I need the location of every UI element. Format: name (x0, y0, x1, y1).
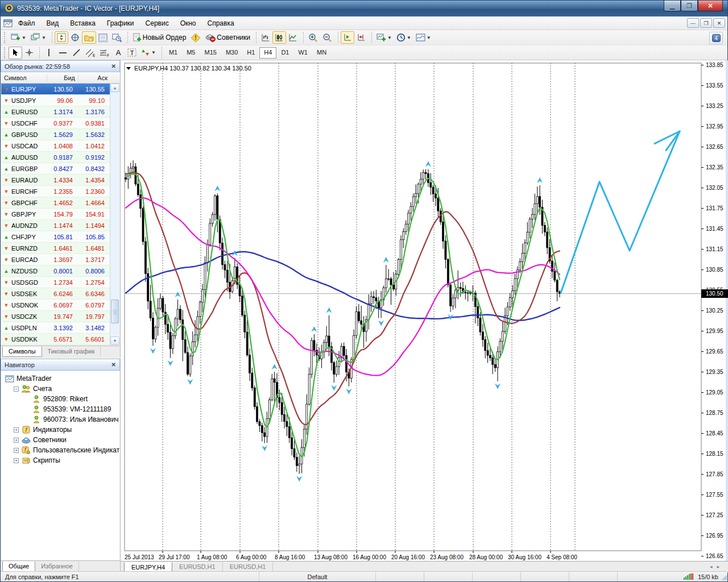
column-ask[interactable]: Аск (78, 74, 110, 81)
column-bid[interactable]: Бид (47, 74, 78, 81)
scroll-down-icon[interactable]: ▼ (110, 336, 119, 345)
zoom-in-button[interactable] (306, 31, 320, 44)
candlestick-mode-button[interactable] (272, 31, 286, 44)
alert-button[interactable]: ! (188, 31, 203, 44)
expand-plus-icon[interactable]: + (14, 427, 19, 433)
symbol-row-eurusd[interactable]: ▲EURUSD1.31741.3176 (1, 106, 110, 118)
fibonacci-tool-button[interactable]: F (97, 47, 111, 59)
chevron-down-icon[interactable]: ▼ (407, 35, 411, 40)
templates-button[interactable]: ▼ (413, 31, 433, 44)
timeframe-h4-button[interactable]: H4 (259, 47, 276, 59)
symbol-row-audnzd[interactable]: ▼AUDNZD1.14741.1494 (1, 220, 110, 231)
symbol-row-gbpchf[interactable]: ▼GBPCHF1.46521.4664 (1, 197, 110, 209)
close-icon[interactable]: ✕ (111, 63, 116, 69)
crosshair-tool-button[interactable] (22, 47, 36, 59)
expand-plus-icon[interactable]: + (14, 438, 19, 443)
child-minimize-button[interactable]: — (687, 18, 699, 28)
tree-item-6[interactable]: +Советники (1, 435, 119, 445)
menu-item-2[interactable]: Вставка (64, 17, 101, 30)
symbol-row-usdsgd[interactable]: ▼USDSGD1.27341.2754 (1, 277, 110, 288)
arrows-tool-button[interactable]: ▼ (139, 47, 158, 59)
navigator-toggle-button[interactable] (82, 31, 96, 44)
scroll-up-icon[interactable]: ▲ (110, 84, 119, 92)
new-chart-button[interactable]: ▼ (9, 31, 28, 44)
vertical-line-tool-button[interactable] (42, 47, 56, 59)
cursor-tool-button[interactable] (9, 47, 22, 59)
tab-scroll-arrows[interactable]: ◂▸ (710, 564, 724, 569)
status-template-name[interactable]: Default (259, 572, 376, 581)
symbol-row-euraud[interactable]: ▼EURAUD1.43341.4354 (1, 174, 110, 186)
trendline-tool-button[interactable] (69, 47, 83, 59)
chart-canvas[interactable]: EURJPY,H4 130.37 130.82 130.34 130.50133… (121, 60, 728, 561)
symbol-row-audusd[interactable]: ▲AUDUSD0.91870.9192 (1, 152, 110, 163)
market-watch-tab[interactable]: Символы (2, 347, 42, 357)
symbol-row-eurgbp[interactable]: ▲EURGBP0.84270.8432 (1, 163, 110, 174)
market-watch-toggle-button[interactable] (55, 31, 68, 44)
symbol-row-usdczk[interactable]: ▼USDCZK19.74719.797 (1, 311, 110, 322)
timeframe-m5-button[interactable]: M5 (182, 47, 200, 59)
timeframe-h1-button[interactable]: H1 (242, 47, 259, 59)
indicators-list-button[interactable]: ▼ (374, 31, 394, 44)
menu-item-3[interactable]: Графики (101, 17, 140, 30)
menu-item-5[interactable]: Окно (175, 17, 202, 30)
timeframe-mn-button[interactable]: MN (312, 47, 331, 59)
symbol-row-usdcad[interactable]: ▼USDCAD1.04081.0412 (1, 140, 110, 152)
notifications-button[interactable]: 4 (709, 32, 723, 44)
title-bar[interactable]: 953539: MetaTrader - IC Vector - [EURJPY… (1, 1, 727, 16)
timeframe-m30-button[interactable]: M30 (221, 47, 242, 59)
column-symbol[interactable]: Символ (1, 74, 47, 81)
symbol-row-usdnok[interactable]: ▼USDNOK6.06976.0797 (1, 300, 110, 311)
horizontal-line-tool-button[interactable] (56, 47, 69, 59)
zoom-out-button[interactable] (320, 31, 334, 44)
chart-shift-button[interactable] (354, 31, 368, 44)
symbol-row-eurjpy[interactable]: ▼EURJPY130.50130.55 (1, 84, 110, 95)
terminal-toggle-button[interactable] (96, 31, 110, 44)
experts-toggle-button[interactable]: Советники (203, 31, 253, 44)
symbol-row-usdchf[interactable]: ▼USDCHF0.93770.9381 (1, 118, 110, 129)
navigator-tab[interactable]: Избранное (35, 562, 79, 571)
minimize-button[interactable]: ▁ (664, 1, 681, 11)
tree-item-8[interactable]: +Скрипты (1, 455, 119, 465)
expand-plus-icon[interactable]: + (14, 458, 19, 463)
market-watch-tab[interactable]: Тиковый график (42, 347, 101, 356)
expand-plus-icon[interactable]: + (14, 448, 19, 453)
tree-item-4[interactable]: 960073: Илья Иванович (1, 414, 119, 425)
symbol-row-eurchf[interactable]: ▼EURCHF1.23551.2360 (1, 186, 110, 197)
chevron-down-icon[interactable]: ▼ (427, 35, 431, 40)
chevron-down-icon[interactable]: ▼ (22, 35, 26, 40)
menu-item-6[interactable]: Справка (202, 17, 240, 30)
line-chart-mode-button[interactable] (286, 31, 300, 44)
profiles-button[interactable]: ▼ (28, 31, 48, 44)
chevron-down-icon[interactable]: ▼ (387, 35, 392, 40)
timeframe-m15-button[interactable]: M15 (200, 47, 221, 59)
text-label-tool-button[interactable]: T (125, 47, 139, 59)
timeframe-d1-button[interactable]: D1 (276, 47, 293, 59)
child-restore-button[interactable]: ❐ (700, 18, 712, 28)
equidistant-channel-tool-button[interactable]: E (83, 47, 97, 59)
close-icon[interactable]: ✕ (111, 361, 116, 368)
close-button[interactable]: ✕ (698, 1, 723, 11)
tree-item-2[interactable]: 952809: Rikert (1, 394, 119, 404)
chevron-down-icon[interactable]: ▼ (42, 35, 46, 40)
periods-button[interactable]: ▼ (394, 31, 413, 44)
symbol-row-nzdusd[interactable]: ▲NZDUSD0.80010.8006 (1, 265, 110, 277)
text-tool-button[interactable]: A (111, 47, 125, 59)
data-window-button[interactable] (68, 31, 82, 44)
timeframe-w1-button[interactable]: W1 (293, 47, 312, 59)
strategy-tester-button[interactable] (110, 31, 124, 44)
maximize-button[interactable]: ❐ (681, 1, 698, 11)
navigator-header[interactable]: Навигатор ✕ (1, 359, 120, 371)
symbol-row-usdjpy[interactable]: ▼USDJPY99.0699.10 (1, 95, 110, 106)
tree-item-3[interactable]: 953539: VM-12111189 (1, 404, 119, 414)
symbol-row-eurnzd[interactable]: ▼EURNZD1.64611.6481 (1, 243, 110, 254)
auto-scroll-button[interactable] (341, 31, 354, 44)
chevron-down-icon[interactable]: ▼ (151, 50, 156, 55)
market-watch-scrollbar[interactable]: ▲ ▼ (110, 84, 119, 345)
symbol-row-gbpjpy[interactable]: ▼GBPJPY154.79154.91 (1, 209, 110, 220)
bar-chart-mode-button[interactable] (259, 31, 272, 44)
collapse-minus-icon[interactable]: − (14, 386, 19, 392)
symbol-row-usdsek[interactable]: ▼USDSEK6.62466.6346 (1, 288, 110, 300)
symbol-row-usddkk[interactable]: ▼USDDKK5.65715.6601 (1, 334, 110, 345)
new-order-button[interactable]: Новый Ордер (130, 31, 188, 44)
symbol-row-chfjpy[interactable]: ▲CHFJPY105.81105.85 (1, 231, 110, 243)
